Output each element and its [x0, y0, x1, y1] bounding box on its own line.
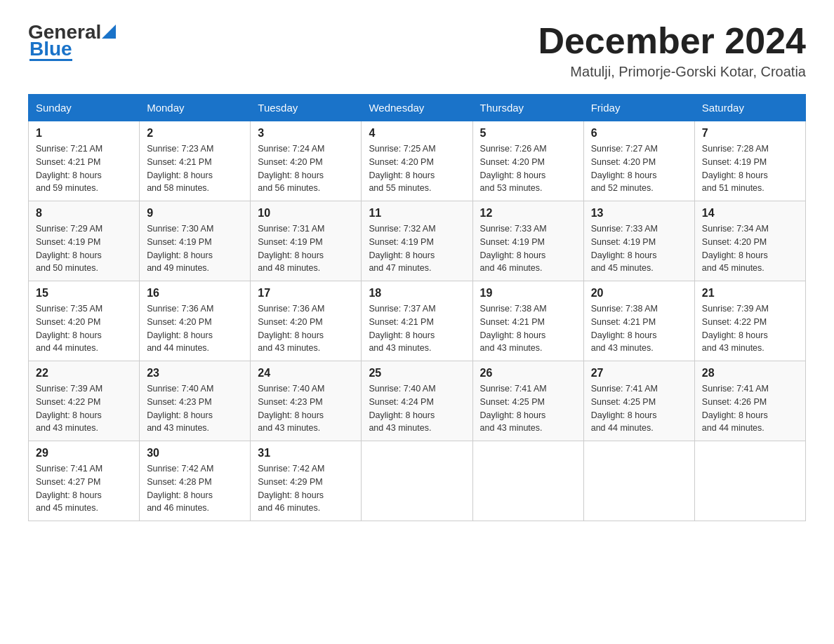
day-cell: 22 Sunrise: 7:39 AM Sunset: 4:22 PM Dayl…: [29, 361, 140, 441]
day-info: Sunrise: 7:40 AM Sunset: 4:23 PM Dayligh…: [258, 382, 354, 435]
day-info: Sunrise: 7:42 AM Sunset: 4:28 PM Dayligh…: [147, 462, 243, 515]
day-info: Sunrise: 7:41 AM Sunset: 4:27 PM Dayligh…: [36, 462, 132, 515]
day-info: Sunrise: 7:31 AM Sunset: 4:19 PM Dayligh…: [258, 222, 354, 275]
day-number: 8: [36, 207, 132, 220]
column-header-friday: Friday: [583, 95, 694, 121]
day-cell: 15 Sunrise: 7:35 AM Sunset: 4:20 PM Dayl…: [29, 281, 140, 361]
day-cell: 5 Sunrise: 7:26 AM Sunset: 4:20 PM Dayli…: [472, 121, 583, 201]
day-info: Sunrise: 7:24 AM Sunset: 4:20 PM Dayligh…: [258, 142, 354, 195]
day-info: Sunrise: 7:36 AM Sunset: 4:20 PM Dayligh…: [258, 302, 354, 355]
day-number: 16: [147, 287, 243, 300]
day-number: 7: [702, 127, 798, 140]
day-cell: 7 Sunrise: 7:28 AM Sunset: 4:19 PM Dayli…: [694, 121, 805, 201]
day-cell: 28 Sunrise: 7:41 AM Sunset: 4:26 PM Dayl…: [694, 361, 805, 441]
day-info: Sunrise: 7:30 AM Sunset: 4:19 PM Dayligh…: [147, 222, 243, 275]
day-info: Sunrise: 7:35 AM Sunset: 4:20 PM Dayligh…: [36, 302, 132, 355]
day-number: 19: [480, 287, 576, 300]
day-number: 27: [591, 367, 687, 380]
day-number: 3: [258, 127, 354, 140]
day-info: Sunrise: 7:23 AM Sunset: 4:21 PM Dayligh…: [147, 142, 243, 195]
day-number: 12: [480, 207, 576, 220]
column-header-thursday: Thursday: [472, 95, 583, 121]
day-number: 31: [258, 447, 354, 459]
day-cell: [472, 441, 583, 521]
day-cell: 12 Sunrise: 7:33 AM Sunset: 4:19 PM Dayl…: [472, 201, 583, 281]
day-info: Sunrise: 7:28 AM Sunset: 4:19 PM Dayligh…: [702, 142, 798, 195]
day-info: Sunrise: 7:25 AM Sunset: 4:20 PM Dayligh…: [369, 142, 465, 195]
day-cell: 21 Sunrise: 7:39 AM Sunset: 4:22 PM Dayl…: [694, 281, 805, 361]
day-number: 9: [147, 207, 243, 220]
day-cell: [694, 441, 805, 521]
day-info: Sunrise: 7:34 AM Sunset: 4:20 PM Dayligh…: [702, 222, 798, 275]
week-row-5: 29 Sunrise: 7:41 AM Sunset: 4:27 PM Dayl…: [29, 441, 806, 521]
month-title: December 2024: [538, 21, 806, 61]
day-info: Sunrise: 7:41 AM Sunset: 4:25 PM Dayligh…: [480, 382, 576, 435]
day-number: 30: [147, 447, 243, 459]
day-number: 17: [258, 287, 354, 300]
day-cell: 9 Sunrise: 7:30 AM Sunset: 4:19 PM Dayli…: [140, 201, 251, 281]
day-cell: 8 Sunrise: 7:29 AM Sunset: 4:19 PM Dayli…: [29, 201, 140, 281]
logo-triangle-icon: [102, 25, 116, 39]
day-info: Sunrise: 7:40 AM Sunset: 4:23 PM Dayligh…: [147, 382, 243, 435]
day-info: Sunrise: 7:27 AM Sunset: 4:20 PM Dayligh…: [591, 142, 687, 195]
day-number: 5: [480, 127, 576, 140]
day-number: 4: [369, 127, 465, 140]
day-cell: 31 Sunrise: 7:42 AM Sunset: 4:29 PM Dayl…: [251, 441, 362, 521]
day-cell: 29 Sunrise: 7:41 AM Sunset: 4:27 PM Dayl…: [29, 441, 140, 521]
column-header-saturday: Saturday: [694, 95, 805, 121]
day-info: Sunrise: 7:39 AM Sunset: 4:22 PM Dayligh…: [36, 382, 132, 435]
week-row-1: 1 Sunrise: 7:21 AM Sunset: 4:21 PM Dayli…: [29, 121, 806, 201]
day-cell: 10 Sunrise: 7:31 AM Sunset: 4:19 PM Dayl…: [251, 201, 362, 281]
day-number: 18: [369, 287, 465, 300]
day-number: 14: [702, 207, 798, 220]
calendar-table: SundayMondayTuesdayWednesdayThursdayFrid…: [28, 94, 806, 521]
day-info: Sunrise: 7:39 AM Sunset: 4:22 PM Dayligh…: [702, 302, 798, 355]
day-info: Sunrise: 7:32 AM Sunset: 4:19 PM Dayligh…: [369, 222, 465, 275]
day-cell: 6 Sunrise: 7:27 AM Sunset: 4:20 PM Dayli…: [583, 121, 694, 201]
logo-blue: Blue: [29, 39, 72, 61]
column-header-monday: Monday: [140, 95, 251, 121]
day-info: Sunrise: 7:21 AM Sunset: 4:21 PM Dayligh…: [36, 142, 132, 195]
day-cell: 17 Sunrise: 7:36 AM Sunset: 4:20 PM Dayl…: [251, 281, 362, 361]
day-info: Sunrise: 7:41 AM Sunset: 4:25 PM Dayligh…: [591, 382, 687, 435]
day-cell: 18 Sunrise: 7:37 AM Sunset: 4:21 PM Dayl…: [362, 281, 472, 361]
day-cell: 26 Sunrise: 7:41 AM Sunset: 4:25 PM Dayl…: [472, 361, 583, 441]
week-row-3: 15 Sunrise: 7:35 AM Sunset: 4:20 PM Dayl…: [29, 281, 806, 361]
title-section: December 2024 Matulji, Primorje-Gorski K…: [538, 21, 806, 80]
day-cell: [583, 441, 694, 521]
day-number: 29: [36, 447, 132, 459]
day-cell: 30 Sunrise: 7:42 AM Sunset: 4:28 PM Dayl…: [140, 441, 251, 521]
day-info: Sunrise: 7:38 AM Sunset: 4:21 PM Dayligh…: [591, 302, 687, 355]
day-number: 1: [36, 127, 132, 140]
page-header: General Blue December 2024 Matulji, Prim…: [28, 21, 806, 80]
day-info: Sunrise: 7:33 AM Sunset: 4:19 PM Dayligh…: [591, 222, 687, 275]
day-info: Sunrise: 7:38 AM Sunset: 4:21 PM Dayligh…: [480, 302, 576, 355]
day-cell: 11 Sunrise: 7:32 AM Sunset: 4:19 PM Dayl…: [362, 201, 472, 281]
day-cell: 20 Sunrise: 7:38 AM Sunset: 4:21 PM Dayl…: [583, 281, 694, 361]
day-info: Sunrise: 7:37 AM Sunset: 4:21 PM Dayligh…: [369, 302, 465, 355]
day-cell: 19 Sunrise: 7:38 AM Sunset: 4:21 PM Dayl…: [472, 281, 583, 361]
column-header-wednesday: Wednesday: [362, 95, 472, 121]
day-cell: [362, 441, 472, 521]
day-number: 15: [36, 287, 132, 300]
day-cell: 3 Sunrise: 7:24 AM Sunset: 4:20 PM Dayli…: [251, 121, 362, 201]
day-number: 20: [591, 287, 687, 300]
day-cell: 27 Sunrise: 7:41 AM Sunset: 4:25 PM Dayl…: [583, 361, 694, 441]
day-number: 25: [369, 367, 465, 380]
day-number: 6: [591, 127, 687, 140]
header-row: SundayMondayTuesdayWednesdayThursdayFrid…: [29, 95, 806, 121]
week-row-2: 8 Sunrise: 7:29 AM Sunset: 4:19 PM Dayli…: [29, 201, 806, 281]
day-cell: 1 Sunrise: 7:21 AM Sunset: 4:21 PM Dayli…: [29, 121, 140, 201]
week-row-4: 22 Sunrise: 7:39 AM Sunset: 4:22 PM Dayl…: [29, 361, 806, 441]
day-number: 28: [702, 367, 798, 380]
day-info: Sunrise: 7:26 AM Sunset: 4:20 PM Dayligh…: [480, 142, 576, 195]
day-number: 22: [36, 367, 132, 380]
day-cell: 2 Sunrise: 7:23 AM Sunset: 4:21 PM Dayli…: [140, 121, 251, 201]
day-info: Sunrise: 7:29 AM Sunset: 4:19 PM Dayligh…: [36, 222, 132, 275]
day-cell: 4 Sunrise: 7:25 AM Sunset: 4:20 PM Dayli…: [362, 121, 472, 201]
day-cell: 14 Sunrise: 7:34 AM Sunset: 4:20 PM Dayl…: [694, 201, 805, 281]
day-info: Sunrise: 7:41 AM Sunset: 4:26 PM Dayligh…: [702, 382, 798, 435]
column-header-sunday: Sunday: [29, 95, 140, 121]
day-cell: 23 Sunrise: 7:40 AM Sunset: 4:23 PM Dayl…: [140, 361, 251, 441]
day-cell: 13 Sunrise: 7:33 AM Sunset: 4:19 PM Dayl…: [583, 201, 694, 281]
